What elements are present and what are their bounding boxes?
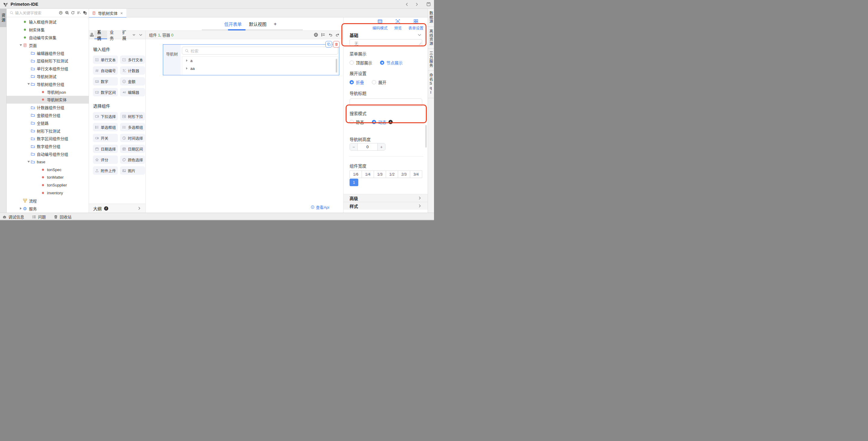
info-icon[interactable]: i	[389, 120, 393, 124]
right-strip-tab-三方服务[interactable]: 三方服务	[428, 49, 434, 71]
palette-tab-业务[interactable]: 业务	[107, 31, 120, 39]
palette-list-icon[interactable]	[132, 33, 136, 37]
tree-item[interactable]: 数字组件分组	[7, 142, 89, 150]
section-basic[interactable]: 基础	[343, 32, 428, 38]
section-advanced[interactable]: 高级	[343, 194, 428, 202]
tree-item[interactable]: tonMatter	[7, 173, 89, 181]
debug-info-item[interactable]: 调试信息	[2, 214, 24, 219]
delete-component-button[interactable]	[333, 41, 340, 47]
add-view-button[interactable]: +	[274, 21, 277, 27]
inspector-action-表单设置[interactable]: 表单设置	[408, 19, 424, 30]
tree-item[interactable]: 输入框组件测试	[7, 18, 89, 26]
close-tab-icon[interactable]: ×	[120, 11, 123, 16]
caret-down-icon[interactable]	[27, 83, 31, 85]
section-style[interactable]: 样式	[343, 202, 428, 210]
tree-item[interactable]: 自动编号实体集	[7, 34, 89, 41]
canvas-body[interactable]: 导航树 检索 aaa 查看Api	[146, 39, 343, 213]
stepper-value[interactable]: 0	[358, 143, 378, 150]
width-option-2/3[interactable]: 2/3	[398, 171, 410, 178]
tree-item[interactable]: 计数器组件分组	[7, 104, 89, 111]
inspector-action-编码模式[interactable]: 编码模式	[372, 19, 388, 30]
radio-icon[interactable]	[349, 61, 354, 65]
palette-item[interactable]: 树形下拉	[120, 112, 145, 121]
view-tab-active[interactable]: 低开表单	[224, 21, 242, 27]
tree-item[interactable]: 导航树测试	[7, 73, 89, 80]
editor-tab-active[interactable]: 导航树实体 ×	[89, 9, 126, 18]
navtree-node[interactable]: a	[182, 57, 338, 64]
translate-icon[interactable]: En文	[83, 11, 87, 15]
caret-right-icon[interactable]	[186, 59, 188, 62]
palette-item[interactable]: A编辑器	[120, 88, 145, 96]
tree-item[interactable]: 页面	[7, 41, 89, 49]
palette-item[interactable]: 图片	[120, 166, 145, 175]
palette-item[interactable]: A单行文本	[93, 56, 118, 64]
right-strip-tab-数据源[interactable]: 数据源	[428, 9, 434, 27]
radio-icon[interactable]	[372, 80, 376, 84]
palette-item[interactable]: 开关	[93, 134, 118, 142]
caret-right-icon[interactable]	[19, 207, 23, 210]
palette-item[interactable]: 123数字	[93, 77, 118, 86]
radio-option-动态[interactable]: 动态i	[372, 119, 393, 125]
palette-item[interactable]: 计数器	[120, 66, 145, 75]
width-option-3/4[interactable]: 3/4	[410, 171, 422, 178]
width-option-1/2[interactable]: 1/2	[386, 171, 398, 178]
tree-item[interactable]: 流程	[7, 197, 89, 205]
view-tab-inactive[interactable]: 默认视图	[249, 21, 267, 27]
tree-item[interactable]: ⚙服务	[7, 205, 89, 212]
tree-item[interactable]: 导航树json	[7, 88, 89, 96]
palette-collapse-icon[interactable]	[139, 33, 143, 37]
tree-item[interactable]: 编辑器组件分组	[7, 49, 89, 57]
tree-item[interactable]: 导航树组件分组	[7, 80, 89, 88]
tree-item[interactable]: 数字区间组件分组	[7, 135, 89, 142]
undo-icon[interactable]	[328, 33, 333, 37]
palette-item[interactable]: 日期区间	[120, 145, 145, 153]
tree-item[interactable]: 层级树形下拉测试	[7, 57, 89, 65]
ai-assistant-icon[interactable]: AI	[59, 11, 63, 15]
save-icon[interactable]	[426, 2, 431, 7]
problems-item[interactable]: 问题	[32, 214, 46, 219]
refresh-icon[interactable]	[71, 11, 75, 15]
palette-item[interactable]: 多选框组	[120, 123, 145, 131]
radio-option-折叠[interactable]: 折叠	[349, 79, 364, 85]
outline-bar[interactable]: 大纲 i	[89, 204, 145, 213]
palette-item[interactable]: 附件上传	[93, 166, 118, 175]
palette-item[interactable]: 自动编号	[93, 66, 118, 75]
tree-item[interactable]: tonSupplier	[7, 181, 89, 189]
tree-item[interactable]: base	[7, 158, 89, 166]
nav-title-input[interactable]	[349, 99, 422, 106]
caret-down-icon[interactable]	[27, 161, 31, 163]
palette-item[interactable]: A多行文本	[120, 56, 145, 64]
nav-back-icon[interactable]	[404, 2, 409, 7]
palette-item[interactable]: ¥金额	[120, 77, 145, 86]
recycle-bin-item[interactable]: 回收站	[54, 214, 71, 219]
redo-icon[interactable]	[335, 33, 340, 37]
tree-item[interactable]: 自动编号组件分组	[7, 150, 89, 158]
width-option-1/4[interactable]: 1/4	[362, 171, 374, 178]
palette-item[interactable]: 颜色选择	[120, 156, 145, 164]
tree-item[interactable]: inventory	[7, 189, 89, 197]
navtree-node[interactable]: aa	[182, 64, 338, 72]
caret-right-icon[interactable]	[186, 67, 188, 70]
new-model-icon[interactable]	[65, 11, 69, 15]
tree-item[interactable]: 金额组件分组	[7, 111, 89, 119]
right-strip-tab-离线资源[interactable]: 离线资源	[428, 27, 434, 49]
globe-icon[interactable]	[314, 33, 318, 37]
radio-option-顶部展示[interactable]: 顶部展示	[349, 60, 372, 66]
tree-item[interactable]: 单行文本组件分组	[7, 65, 89, 73]
navtree-component[interactable]: 导航树 检索 aaa	[163, 44, 339, 75]
tree-item[interactable]: 树实体集	[7, 26, 89, 34]
search-input[interactable]: 输入关键字搜索	[15, 10, 59, 16]
width-option-1/6[interactable]: 1/6	[350, 171, 362, 178]
copy-component-button[interactable]	[326, 41, 332, 47]
radio-icon[interactable]	[380, 61, 384, 65]
comp-width-selected[interactable]: 1	[349, 179, 358, 186]
view-api-link[interactable]: 查看Api	[311, 204, 329, 210]
stepper-plus-button[interactable]: +	[378, 143, 385, 150]
scrollbar-thumb[interactable]	[336, 59, 337, 73]
radio-icon[interactable]	[349, 120, 354, 124]
caret-down-icon[interactable]	[19, 44, 23, 46]
palette-tab-系统[interactable]: 系统	[94, 31, 107, 39]
nav-forward-icon[interactable]	[414, 2, 419, 7]
tree-item[interactable]: 全链路	[7, 119, 89, 127]
right-strip-tab-命名Sql[interactable]: 命名Sql	[428, 71, 434, 98]
